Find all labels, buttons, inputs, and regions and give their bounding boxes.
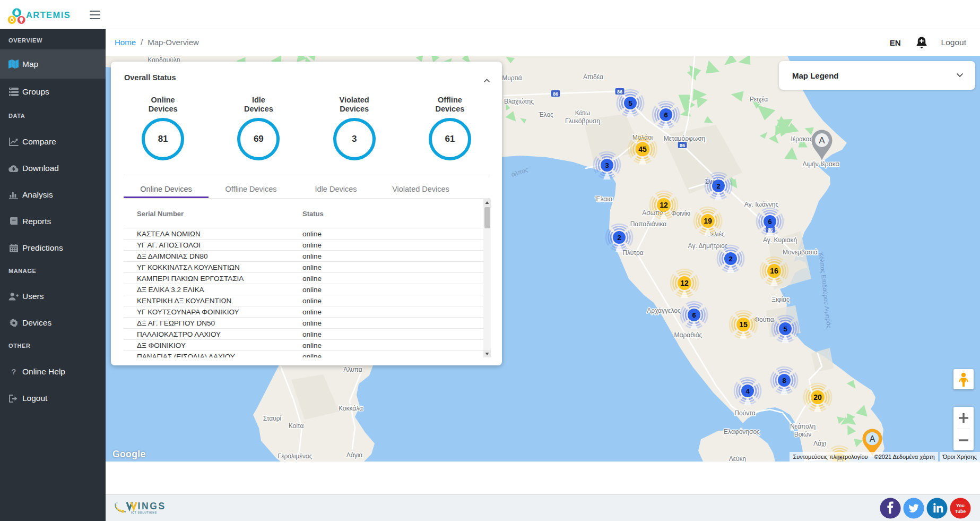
svg-text:Λιμήν Ιέρακα: Λιμήν Ιέρακα (803, 160, 839, 168)
svg-text:5: 5 (628, 99, 632, 107)
svg-text:Έλαια: Έλαια (595, 195, 612, 203)
svg-text:5: 5 (783, 325, 787, 333)
svg-text:Μαραθιάς: Μαραθιάς (674, 331, 703, 339)
svg-text:?: ? (11, 368, 16, 376)
svg-text:Μυρτιά: Μυρτιά (502, 74, 522, 82)
svg-text:ARTEMIS: ARTEMIS (26, 10, 71, 20)
svg-text:Μεταμόρφωση: Μεταμόρφωση (664, 135, 706, 142)
svg-text:Λεύκη: Λεύκη (729, 455, 747, 462)
svg-text:Αγ. Κυριακή: Αγ. Κυριακή (763, 236, 797, 244)
svg-text:Έλος: Έλος (538, 111, 553, 118)
svg-text:6: 6 (664, 111, 667, 119)
svg-text:Παπαδιάνικα: Παπαδιάνικα (630, 220, 666, 228)
svg-text:Αρχάγγελος: Αρχάγγελος (647, 307, 681, 314)
svg-text:86: 86 (553, 91, 558, 97)
svg-text:Γερολιμένας: Γερολιμένας (278, 452, 313, 460)
svg-text:16: 16 (770, 267, 778, 275)
svg-text:6: 6 (692, 311, 696, 319)
svg-text:Λάγια: Λάγια (346, 451, 363, 459)
svg-text:Βλαχιώτης: Βλαχιώτης (504, 98, 534, 105)
svg-text:Γλυκόβρυση: Γλυκόβρυση (565, 117, 600, 125)
svg-text:You: You (956, 503, 965, 508)
svg-text:Κοίτα: Κοίτα (289, 422, 304, 430)
svg-text:Ιέρακας: Ιέρακας (791, 135, 812, 143)
svg-text:3: 3 (605, 161, 609, 169)
svg-text:8: 8 (782, 377, 786, 385)
svg-text:86: 86 (617, 89, 622, 95)
svg-text:Πούντα: Πούντα (734, 409, 755, 417)
svg-text:A: A (870, 434, 875, 443)
svg-text:Άλυπα: Άλυπα (343, 366, 362, 373)
svg-text:Ξιφίας: Ξιφίας (771, 296, 790, 303)
svg-text:Ρειχέα: Ρειχέα (750, 96, 768, 103)
svg-text:Αγ. Δημήτριος: Αγ. Δημήτριος (688, 242, 728, 250)
svg-text:19: 19 (704, 217, 712, 225)
svg-text:2: 2 (716, 182, 720, 190)
svg-text:6: 6 (768, 218, 771, 226)
svg-text:20: 20 (813, 393, 822, 402)
svg-text:45: 45 (638, 145, 647, 153)
svg-text:Tube: Tube (955, 509, 966, 514)
svg-text:Πλύτρα: Πλύτρα (622, 249, 644, 257)
svg-text:A: A (819, 135, 825, 146)
svg-text:Σταυρί: Σταυρί (263, 415, 282, 422)
svg-text:2: 2 (617, 234, 621, 242)
svg-text:4: 4 (745, 387, 750, 395)
svg-text:Νεάπολη: Νεάπολη (790, 423, 816, 430)
svg-text:15: 15 (739, 320, 748, 329)
svg-text:Βοιών: Βοιών (794, 431, 812, 438)
svg-text:Αγ. Ιωάννης: Αγ. Ιωάννης (744, 201, 779, 208)
svg-text:Κάτω: Κάτω (575, 109, 591, 117)
svg-text:Κοκκάλα: Κοκκάλα (339, 405, 363, 412)
svg-text:INGS: INGS (138, 501, 166, 511)
svg-text:Απιδέα: Απιδέα (583, 73, 603, 81)
svg-text:86: 86 (680, 143, 685, 148)
svg-text:12: 12 (680, 279, 689, 287)
svg-text:Λάχι: Λάχι (813, 440, 826, 447)
svg-text:Ελαφόνησος: Ελαφόνησος (724, 428, 760, 435)
svg-text:Μονεμβασιά: Μονεμβασιά (783, 249, 818, 256)
svg-text:ICT SOLUTIONS: ICT SOLUTIONS (131, 511, 157, 514)
svg-text:12: 12 (660, 201, 668, 209)
svg-text:2: 2 (729, 255, 732, 263)
